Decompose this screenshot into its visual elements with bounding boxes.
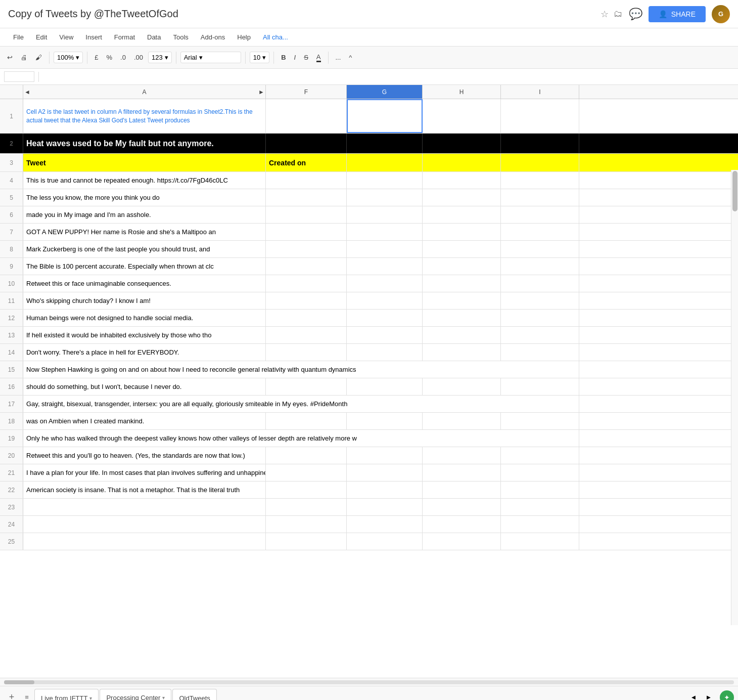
cell-h[interactable]	[423, 327, 501, 343]
menu-tools[interactable]: Tools	[168, 31, 193, 43]
menu-view[interactable]: View	[54, 31, 78, 43]
featured-tweet-cell[interactable]: Heat waves used to be My fault but not a…	[23, 134, 266, 153]
cell-i[interactable]	[501, 258, 579, 275]
cell-h[interactable]	[423, 172, 501, 189]
cell-f[interactable]	[266, 482, 347, 498]
cell-g[interactable]	[347, 327, 423, 343]
menu-data[interactable]: Data	[142, 31, 166, 43]
decimal-less-button[interactable]: .0	[117, 52, 129, 63]
cell-i[interactable]	[501, 413, 579, 429]
cell-g[interactable]	[347, 224, 423, 240]
collapse-button[interactable]: ^	[346, 52, 355, 63]
cell-i[interactable]	[501, 275, 579, 292]
format-select[interactable]: 123 ▾	[148, 52, 172, 63]
cell-f[interactable]	[266, 258, 347, 275]
bold-button[interactable]: B	[278, 52, 289, 63]
menu-help[interactable]: Help	[232, 31, 256, 43]
cell-h[interactable]	[423, 447, 501, 464]
cell-f[interactable]	[266, 464, 347, 481]
cell-1h[interactable]	[423, 99, 501, 133]
cell-i[interactable]	[501, 224, 579, 240]
cell-i[interactable]	[501, 447, 579, 464]
cell-g[interactable]	[347, 310, 423, 326]
cell-i[interactable]	[501, 241, 579, 257]
cell-2h[interactable]	[423, 134, 501, 153]
menu-insert[interactable]: Insert	[80, 31, 107, 43]
tweet-cell[interactable]: I have a plan for your life. In most cas…	[23, 464, 266, 481]
cell-h[interactable]	[423, 482, 501, 498]
cell-i[interactable]	[501, 189, 579, 206]
menu-changes[interactable]: All cha...	[258, 31, 293, 43]
add-sheet-button[interactable]: +	[4, 690, 19, 701]
cell-f[interactable]	[266, 292, 347, 309]
currency-button[interactable]: £	[91, 52, 101, 63]
cell-2g[interactable]	[347, 134, 423, 153]
paint-format-button[interactable]: 🖌	[32, 52, 45, 63]
tweet-cell[interactable]: was on Ambien when I created mankind.	[23, 413, 266, 429]
cell-h[interactable]	[423, 292, 501, 309]
cell-h[interactable]	[423, 344, 501, 361]
col-header-i[interactable]: I	[501, 85, 579, 99]
cell-h[interactable]	[423, 258, 501, 275]
cell-g[interactable]	[347, 206, 423, 223]
h-scrollbar-thumb[interactable]	[4, 680, 34, 684]
col-header-f[interactable]: F	[266, 85, 347, 99]
col-header-a[interactable]: ◄ A ►	[23, 85, 266, 99]
tab-prev-button[interactable]: ◄	[686, 690, 701, 701]
cell-f[interactable]	[266, 413, 347, 429]
cell-i[interactable]	[501, 206, 579, 223]
cell-i[interactable]	[501, 292, 579, 309]
print-button[interactable]: 🖨	[18, 52, 30, 63]
text-color-button[interactable]: A	[313, 51, 324, 64]
tab-next-button[interactable]: ►	[702, 690, 716, 701]
italic-button[interactable]: I	[291, 52, 299, 63]
cell-h[interactable]	[423, 464, 501, 481]
cell-f[interactable]	[266, 172, 347, 189]
cell-1f[interactable]	[266, 99, 347, 133]
created-header-cell[interactable]: Created on	[266, 154, 347, 171]
tweet-cell[interactable]: If hell existed it would be inhabited ex…	[23, 327, 266, 343]
cell-2f[interactable]	[266, 134, 347, 153]
cell-1i[interactable]	[501, 99, 579, 133]
star-icon[interactable]: ☆	[601, 9, 609, 20]
cell-h[interactable]	[423, 241, 501, 257]
cell-f[interactable]	[266, 275, 347, 292]
tab-old-tweets[interactable]: OldTweets	[172, 689, 216, 701]
tweet-cell[interactable]: GOT A NEW PUPPY! Her name is Rosie and s…	[23, 224, 266, 240]
cell-g[interactable]	[347, 275, 423, 292]
cell-i[interactable]	[501, 344, 579, 361]
sheets-explore-icon[interactable]: ✦	[720, 690, 734, 701]
cell-f[interactable]	[266, 378, 347, 395]
menu-addons[interactable]: Add-ons	[196, 31, 230, 43]
tab-processing-center[interactable]: Processing Center ▾	[100, 689, 171, 701]
cell-f[interactable]	[266, 327, 347, 343]
cell-i[interactable]	[501, 172, 579, 189]
tweet-cell[interactable]: Mark Zuckerberg is one of the last peopl…	[23, 241, 266, 257]
font-select[interactable]: Arial ▾	[180, 52, 241, 63]
tweet-cell[interactable]: should do something, but I won't, becaus…	[23, 378, 266, 395]
tweet-header-cell[interactable]: Tweet	[23, 154, 266, 171]
share-button[interactable]: 👤 SHARE	[649, 6, 706, 22]
cell-g[interactable]	[347, 344, 423, 361]
undo-button[interactable]: ↩	[4, 52, 16, 63]
folder-icon[interactable]: 🗂	[614, 9, 623, 19]
cell-i[interactable]	[501, 464, 579, 481]
tweet-cell[interactable]: This is true and cannot be repeated enou…	[23, 172, 266, 189]
zoom-select[interactable]: 100% ▾	[54, 52, 83, 63]
info-cell[interactable]: Cell A2 is the last tweet in column A fi…	[23, 99, 266, 133]
cell-1g[interactable]	[347, 99, 423, 133]
tweet-cell[interactable]: The Bible is 100 percent accurate. Espec…	[23, 258, 266, 275]
cell-g[interactable]	[347, 292, 423, 309]
cell-i[interactable]	[501, 482, 579, 498]
cell-3h[interactable]	[423, 154, 501, 171]
cell-h[interactable]	[423, 206, 501, 223]
tweet-cell[interactable]	[23, 516, 266, 533]
cell-f[interactable]	[266, 447, 347, 464]
cell-3g[interactable]	[347, 154, 423, 171]
tweet-cell[interactable]: Human beings were not designed to handle…	[23, 310, 266, 326]
tab-live-from-ifttt[interactable]: Live from IFTTT ▾	[34, 689, 99, 701]
tweet-cell[interactable]: made you in My image and I'm an asshole.	[23, 206, 266, 223]
formula-input[interactable]	[43, 72, 734, 81]
cell-i[interactable]	[501, 310, 579, 326]
menu-edit[interactable]: Edit	[31, 31, 52, 43]
